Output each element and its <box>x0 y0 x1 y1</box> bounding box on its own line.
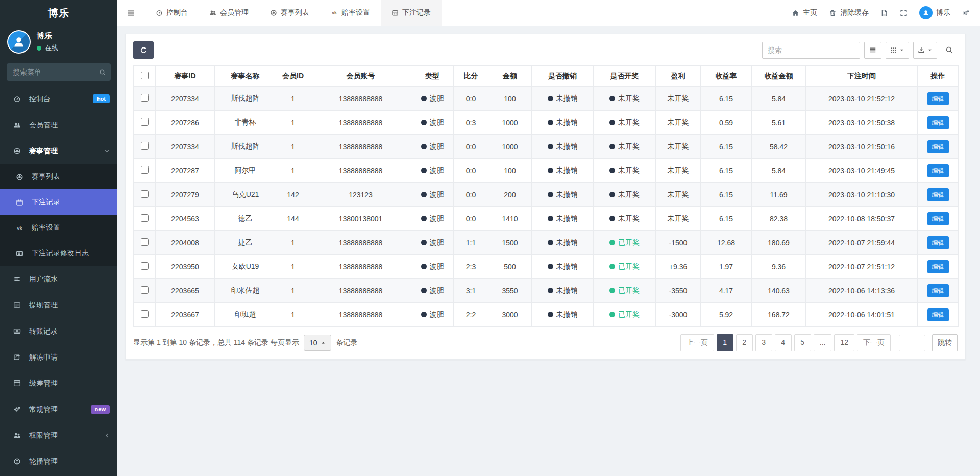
edit-button[interactable]: 编辑 <box>927 284 949 297</box>
col-action[interactable]: 操作 <box>918 66 959 87</box>
cell-cancel-status: 未撤销 <box>532 135 594 159</box>
topbar-notes[interactable] <box>880 9 888 17</box>
tab-bet-records[interactable]: 下注记录 <box>381 0 442 26</box>
sidebar-item-dashboard[interactable]: 控制台 hot <box>0 86 117 112</box>
row-checkbox[interactable] <box>141 166 149 174</box>
sidebar-item-bet-records[interactable]: 下注记录 <box>0 189 117 215</box>
edit-button[interactable]: 编辑 <box>927 188 949 201</box>
sidebar-item-bet-edit-log[interactable]: 下注记录修改日志 <box>0 241 117 266</box>
person-icon <box>12 35 26 49</box>
export-button[interactable] <box>913 42 937 59</box>
row-checkbox[interactable] <box>141 190 149 198</box>
topbar-clear-cache[interactable]: 清除缓存 <box>829 8 869 17</box>
select-all-checkbox[interactable] <box>141 72 149 79</box>
col-income[interactable]: 收益金额 <box>752 66 806 87</box>
advanced-search-button[interactable] <box>941 42 958 59</box>
grid-icon <box>890 47 897 54</box>
col-score[interactable]: 比分 <box>454 66 488 87</box>
topbar-fullscreen[interactable] <box>900 9 908 17</box>
table-row: 2207334 斯伐超降 1 13888888888 波胆 0:0 1000 未… <box>134 135 959 159</box>
row-checkbox[interactable] <box>141 262 149 270</box>
row-checkbox[interactable] <box>141 238 149 246</box>
page-size-dropdown[interactable]: 10 <box>304 335 332 351</box>
edit-button[interactable]: 编辑 <box>927 260 949 273</box>
edit-button[interactable]: 编辑 <box>927 212 949 225</box>
sidebar-item-permissions[interactable]: 权限管理 <box>0 422 117 448</box>
pagination-next[interactable]: 下一页 <box>857 334 891 351</box>
sidebar-search-input[interactable] <box>7 63 111 81</box>
col-cancel-status[interactable]: 是否撤销 <box>532 66 594 87</box>
table-search-input[interactable] <box>762 42 860 59</box>
jump-button[interactable]: 跳转 <box>932 334 958 351</box>
topbar-settings[interactable] <box>962 9 970 17</box>
sidebar-item-match-list[interactable]: 赛事列表 <box>0 164 117 189</box>
refresh-icon <box>140 46 148 54</box>
col-member-id[interactable]: 会员ID <box>276 66 310 87</box>
toggle-view-button[interactable] <box>864 42 881 59</box>
user-panel: 博乐 在线 <box>0 26 117 59</box>
edit-button[interactable]: 编辑 <box>927 236 949 249</box>
type-dot <box>421 288 427 293</box>
col-event-name[interactable]: 赛事名称 <box>215 66 276 87</box>
sidebar-item-carousel[interactable]: 轮播管理 <box>0 448 117 474</box>
col-rate[interactable]: 收益率 <box>701 66 752 87</box>
sidebar-item-user-flow[interactable]: 用户流水 <box>0 266 117 292</box>
row-checkbox[interactable] <box>141 94 149 102</box>
sidebar-item-label: 提现管理 <box>29 301 110 310</box>
col-profit[interactable]: 盈利 <box>656 66 701 87</box>
cell-score: 0:3 <box>454 111 488 135</box>
tab-members[interactable]: 会员管理 <box>199 0 259 26</box>
cell-amount: 3550 <box>488 279 532 303</box>
hot-badge: hot <box>93 94 110 103</box>
type-dot <box>421 264 427 269</box>
refresh-button[interactable] <box>133 41 154 59</box>
sidebar-item-unfreeze-requests[interactable]: 解冻申请 <box>0 344 117 370</box>
pagination-bar: 显示第 1 到第 10 条记录，总共 114 条记录 每页显示 10 条记录 上… <box>133 334 958 351</box>
pagination-page-...[interactable]: ... <box>814 334 832 351</box>
sidebar-item-level-diff[interactable]: 级差管理 <box>0 370 117 396</box>
sidebar-item-general[interactable]: 常规管理 new <box>0 396 117 422</box>
row-checkbox[interactable] <box>141 142 149 150</box>
edit-button[interactable]: 编辑 <box>927 164 949 177</box>
pagination-page-4[interactable]: 4 <box>775 334 792 351</box>
topbar-user[interactable]: 博乐 <box>919 6 950 19</box>
cell-select <box>134 159 156 183</box>
cell-amount: 200 <box>488 183 532 207</box>
sidebar-menu: 控制台 hot 会员管理 赛事管理 赛事列表 下注记录 赔率设置 下注记录修改日 <box>0 86 117 474</box>
col-draw-status[interactable]: 是否开奖 <box>594 66 656 87</box>
col-bet-time[interactable]: 下注时间 <box>806 66 918 87</box>
sidebar-item-members[interactable]: 会员管理 <box>0 112 117 138</box>
sidebar-item-withdrawals[interactable]: 提现管理 <box>0 292 117 318</box>
sidebar-item-odds-settings[interactable]: 赔率设置 <box>0 215 117 241</box>
pagination-page-2[interactable]: 2 <box>736 334 753 351</box>
edit-button[interactable]: 编辑 <box>927 116 949 129</box>
sidebar-item-matches[interactable]: 赛事管理 <box>0 138 117 164</box>
tab-dashboard[interactable]: 控制台 <box>145 0 199 26</box>
sidebar-item-transfers[interactable]: 转账记录 <box>0 318 117 344</box>
pagination-page-12[interactable]: 12 <box>834 334 854 351</box>
col-type[interactable]: 类型 <box>411 66 454 87</box>
pagination-page-3[interactable]: 3 <box>755 334 772 351</box>
chevron-down-icon <box>104 148 110 154</box>
sidebar-item-label: 赔率设置 <box>32 223 110 232</box>
row-checkbox[interactable] <box>141 286 149 294</box>
tab-match-list[interactable]: 赛事列表 <box>259 0 320 26</box>
row-checkbox[interactable] <box>141 118 149 126</box>
edit-button[interactable]: 编辑 <box>927 140 949 153</box>
cell-score: 1:1 <box>454 231 488 255</box>
edit-button[interactable]: 编辑 <box>927 308 949 321</box>
pagination-prev[interactable]: 上一页 <box>680 334 714 351</box>
sidebar-toggle-button[interactable] <box>120 0 141 26</box>
jump-page-input[interactable] <box>899 335 925 351</box>
columns-button[interactable] <box>886 42 909 59</box>
topbar-home[interactable]: 主页 <box>792 8 817 17</box>
edit-button[interactable]: 编辑 <box>927 92 949 105</box>
col-account[interactable]: 会员账号 <box>310 66 411 87</box>
row-checkbox[interactable] <box>141 310 149 318</box>
pagination-page-1[interactable]: 1 <box>717 334 733 351</box>
col-event-id[interactable]: 赛事ID <box>156 66 215 87</box>
col-amount[interactable]: 金额 <box>488 66 532 87</box>
pagination-page-5[interactable]: 5 <box>794 334 811 351</box>
row-checkbox[interactable] <box>141 214 149 222</box>
tab-odds-settings[interactable]: 赔率设置 <box>320 0 381 26</box>
